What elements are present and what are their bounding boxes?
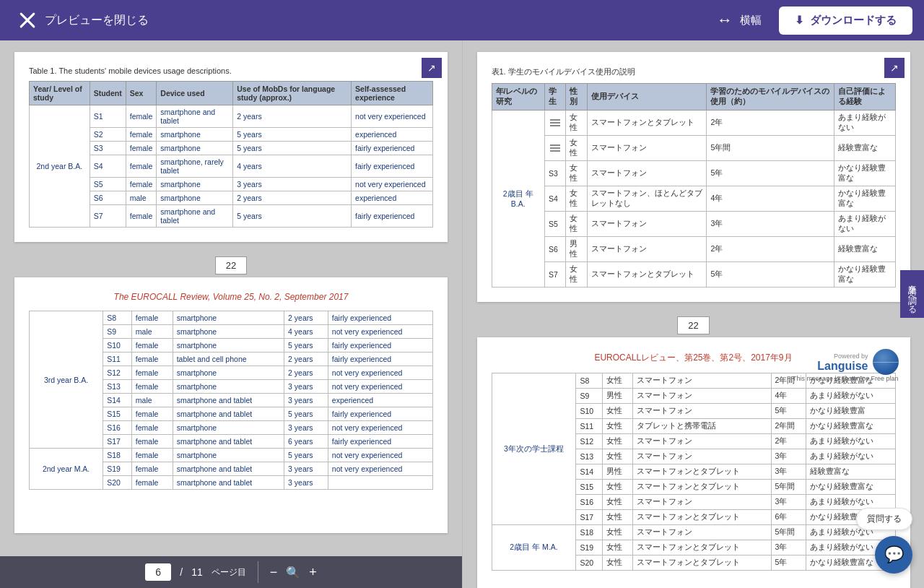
close-label: プレビューを閉じる	[45, 13, 149, 28]
exp-cell: not very experienced	[352, 105, 433, 128]
header: プレビューを閉じる ↔ 横幅 ⬇ ダウンロードする	[0, 0, 924, 40]
year-cell: 2nd year B.A.	[30, 105, 90, 228]
table-row: S4 女性 スマートフォン、ほとんどタブレットなし 4年 かなり経験豊富な	[492, 186, 895, 212]
right-panel[interactable]: 表1. 学生のモバイルデバイス使用の説明 年/レベルの研究 学生 性別 使用デバ…	[462, 40, 924, 588]
page-total: 11	[191, 566, 203, 578]
download-button[interactable]: ⬇ ダウンロードする	[779, 7, 912, 35]
table-row: S6 male smartphone 2 years experienced	[30, 191, 433, 205]
col-student-jp: 学生	[544, 84, 565, 111]
page-separator: /	[180, 566, 183, 578]
languise-branding: Powered by Languise This message is show…	[793, 349, 899, 382]
device-cell: smartphone and tablet	[157, 105, 233, 128]
col-device-jp: 使用デバイス	[587, 84, 707, 111]
table-caption-left: Table 1. The students' mobile devices us…	[29, 66, 433, 75]
download-label: ダウンロードする	[810, 14, 897, 27]
table-row: S6 男性 スマートフォン 2年 経験豊富な	[492, 237, 895, 262]
student-table-right-top: 年/レベルの研究 学生 性別 使用デバイス 学習のためのモバイルデバイスの使用（…	[492, 83, 896, 287]
content-area: Table 1. The students' mobile devices us…	[0, 40, 924, 588]
zoom-out-button[interactable]: −	[270, 565, 278, 580]
table-row: 2nd year B.A. S1 female smartphone and t…	[30, 105, 433, 128]
student-table-left-bottom: 3rd year B.A.S8 female smartphone 2 year…	[29, 311, 433, 490]
download-icon: ⬇	[795, 14, 804, 27]
year-cell: 2nd year M.A.	[30, 449, 103, 490]
year-cell-jp: 2歳目 年 B.A.	[492, 111, 544, 287]
table-row: 2nd year M.A.S18 female smartphone 5 yea…	[30, 449, 433, 462]
width-arrow-icon: ↔	[717, 11, 733, 30]
lookup-button[interactable]: 単語を調べる	[900, 270, 924, 318]
year-cell-jp: 3年次の学士課程	[492, 373, 576, 525]
right-top-page: 表1. 学生のモバイルデバイス使用の説明 年/レベルの研究 学生 性別 使用デバ…	[477, 52, 910, 302]
col-exp-jp: 自己評価による経験	[834, 84, 895, 111]
table-row: S2 female smartphone 5 years experienced	[30, 128, 433, 142]
toolbar-divider	[258, 561, 258, 583]
left-top-page: Table 1. The students' mobile devices us…	[14, 52, 448, 242]
col-student: Student	[90, 82, 126, 105]
col-device: Device used	[157, 82, 233, 105]
use-cell: 2 years	[233, 105, 352, 128]
col-use: Use of MobDs for language study (approx.…	[233, 82, 352, 105]
table-row: 2歳目 年 M.A.S18 女性 スマートフォン 5年間 あまり経験がない	[492, 525, 895, 540]
languise-globe-icon	[873, 349, 899, 375]
col-use-jp: 学習のためのモバイルデバイスの使用（約）	[707, 84, 834, 111]
right-bottom-page: Powered by Languise This message is show…	[477, 337, 910, 588]
table-row: S4 female smartphone, rarely tablet 4 ye…	[30, 155, 433, 178]
table-caption-right: 表1. 学生のモバイルデバイス使用の説明	[492, 66, 896, 77]
external-link-button-left-top[interactable]	[422, 58, 442, 78]
table-row: S7 female smartphone and tablet 5 years …	[30, 205, 433, 228]
student-cell: S1	[90, 105, 126, 128]
col-year: Year/ Level of study	[30, 82, 90, 105]
zoom-in-button[interactable]: +	[309, 565, 317, 580]
page-number-right-top: 22	[677, 316, 709, 334]
external-link-button-right-top[interactable]	[884, 58, 905, 78]
page-number-left-top: 22	[215, 256, 247, 274]
free-plan-text: This message is shown on Free plan	[793, 375, 899, 382]
languise-name: Languise	[817, 360, 868, 372]
student-table-left-top: Year/ Level of study Student Sex Device …	[29, 81, 433, 228]
student-table-right-bottom: 3年次の学士課程S8 女性 スマートフォン 2年間 かなり経験豊富な S9 男性…	[492, 373, 896, 571]
col-year-jp: 年/レベルの研究	[492, 84, 544, 111]
languise-logo: Powered by Languise	[793, 349, 899, 375]
table-row: 2歳目 年 B.A. 女性 スマートフォンとタブレット 2年 あまり経験がない	[492, 111, 895, 136]
search-icon: 🔍	[286, 566, 300, 579]
table-row: 3rd year B.A.S8 female smartphone 2 year…	[30, 311, 433, 325]
left-bottom-page: The EUROCALL Review, Volume 25, No. 2, S…	[14, 277, 448, 533]
width-label: 横幅	[740, 14, 762, 27]
bottom-toolbar: / 11 ページ目 − 🔍 +	[0, 556, 462, 588]
year-cell: 3rd year B.A.	[30, 311, 103, 449]
page-number-badge-left-top: 22	[215, 256, 247, 274]
chat-icon: 💬	[884, 545, 904, 564]
journal-title-left: The EUROCALL Review, Volume 25, No. 2, S…	[29, 292, 433, 302]
page-label: ページ目	[212, 566, 246, 579]
col-exp: Self-assessed experience	[352, 82, 433, 105]
table-row: 女性 スマートフォン 5年間 経験豊富な	[492, 136, 895, 161]
col-sex-jp: 性別	[565, 84, 587, 111]
chat-button[interactable]: 💬	[875, 536, 912, 574]
table-row: S3 female smartphone 5 years fairly expe…	[30, 142, 433, 155]
table-row: S7 女性 スマートフォンとタブレット 5年 かなり経験豊富な	[492, 262, 895, 287]
table-row: S3 女性 スマートフォン 5年 かなり経験豊富な	[492, 161, 895, 186]
year-cell-jp: 2歳目 年 M.A.	[492, 525, 576, 571]
page-number-badge-right-top: 22	[677, 316, 709, 334]
close-icon[interactable]	[17, 10, 38, 30]
sex-cell: female	[126, 105, 157, 128]
col-sex: Sex	[126, 82, 157, 105]
table-row: S5 female smartphone 3 years not very ex…	[30, 178, 433, 191]
table-row: S5 女性 スマートフォン 3年 あまり経験がない	[492, 212, 895, 237]
close-button[interactable]: プレビューを閉じる	[0, 10, 166, 30]
left-panel[interactable]: Table 1. The students' mobile devices us…	[0, 40, 462, 588]
width-control: ↔ 横幅	[699, 11, 779, 30]
ask-button[interactable]: 質問する	[856, 508, 912, 530]
page-current-input[interactable]	[145, 563, 171, 581]
powered-by-text: Powered by	[834, 353, 868, 360]
